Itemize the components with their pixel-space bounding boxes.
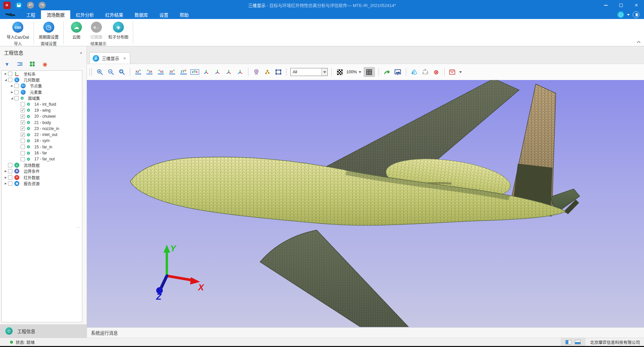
- tree-item[interactable]: 18 - sym: [2, 138, 82, 144]
- list-view-icon[interactable]: [17, 61, 23, 67]
- section-package-icon[interactable]: [448, 67, 457, 77]
- ribbon-button[interactable]: 粒子分布图: [107, 20, 130, 40]
- tree-item-checkbox[interactable]: [14, 90, 19, 94]
- tree-item[interactable]: ▶ 元素集: [2, 89, 82, 95]
- tab-3d-view[interactable]: 三维显示 ×: [90, 52, 130, 64]
- tree-item-checkbox[interactable]: [14, 96, 19, 100]
- export-arrow-icon[interactable]: [383, 67, 391, 77]
- view-orientation-button[interactable]: xzY: [134, 67, 143, 77]
- background-checker-icon[interactable]: [335, 67, 344, 77]
- clear-icon[interactable]: ⊗: [432, 67, 441, 77]
- tree-item-checkbox[interactable]: [21, 108, 25, 112]
- tree-item-checkbox[interactable]: [21, 145, 25, 149]
- menu-item[interactable]: 红外分析: [70, 10, 100, 19]
- tree-item[interactable]: ◢ 面域集: [2, 95, 82, 101]
- tree-item[interactable]: 19 - wing: [2, 107, 82, 113]
- tree-item-checkbox[interactable]: [21, 126, 25, 131]
- save-button[interactable]: [15, 2, 22, 9]
- tree-item-checkbox[interactable]: [21, 151, 25, 155]
- tree-item[interactable]: 15 - far_in: [2, 144, 82, 150]
- expander-icon[interactable]: ▶: [10, 84, 14, 87]
- zoom-out-icon[interactable]: [107, 67, 115, 77]
- tree-item-checkbox[interactable]: [14, 84, 19, 88]
- zoom-extents-icon[interactable]: [118, 67, 126, 77]
- view-orientation-button[interactable]: Yzx: [145, 67, 154, 77]
- mirror-icon[interactable]: [410, 67, 419, 77]
- tree-item[interactable]: ▶ 边界条件: [2, 168, 82, 174]
- menu-item[interactable]: 红外结果: [100, 10, 129, 19]
- redo-button[interactable]: ↷: [39, 2, 46, 9]
- tree-item[interactable]: 20 - chuiwei: [2, 113, 82, 119]
- panel-selector[interactable]: 工程信息: [0, 324, 87, 338]
- minimize-button[interactable]: [598, 0, 613, 10]
- dropdown-button[interactable]: [321, 68, 327, 76]
- tree-item-checkbox[interactable]: [8, 181, 12, 186]
- tree-item-checkbox[interactable]: [8, 175, 12, 180]
- view-orientation-button[interactable]: zxY: [168, 67, 176, 77]
- zoom-level-control[interactable]: 100%: [346, 70, 361, 74]
- snapshot-icon[interactable]: [394, 67, 402, 77]
- tree-item[interactable]: 23 - nozzle_in: [2, 126, 82, 132]
- tree-item-checkbox[interactable]: [8, 169, 12, 173]
- menu-item[interactable]: 数据库: [129, 10, 154, 19]
- tree-item[interactable]: 17 - far_out: [2, 156, 82, 162]
- expander-icon[interactable]: ◢: [10, 97, 14, 100]
- expander-icon[interactable]: ▶: [3, 170, 8, 173]
- menu-item[interactable]: 流场数据: [41, 10, 70, 19]
- grid-view-icon[interactable]: [29, 61, 35, 67]
- locate-icon[interactable]: [42, 61, 48, 67]
- close-button[interactable]: ×: [629, 0, 644, 10]
- grid-toggle-button[interactable]: [364, 67, 375, 77]
- toolbar-grip[interactable]: [90, 68, 92, 76]
- chevron-down-icon[interactable]: [459, 71, 462, 73]
- zoom-in-icon[interactable]: [96, 67, 104, 77]
- tree-item[interactable]: 22 - inlet_out: [2, 132, 82, 138]
- tree-item-checkbox[interactable]: [21, 157, 25, 161]
- tree-item-checkbox[interactable]: [8, 78, 12, 82]
- view-isometric-button[interactable]: [202, 67, 210, 77]
- ribbon-button[interactable]: 云图: [67, 20, 86, 40]
- tree-item-checkbox[interactable]: [8, 72, 12, 76]
- toggle-bottom-panel-icon[interactable]: [575, 340, 581, 344]
- expander-icon[interactable]: ▶: [10, 91, 14, 94]
- select-box-icon[interactable]: [274, 67, 283, 77]
- expander-icon[interactable]: ▶: [3, 72, 8, 75]
- tree-item-checkbox[interactable]: [21, 114, 25, 119]
- tab-close-icon[interactable]: ×: [123, 56, 126, 61]
- restore-button[interactable]: [613, 0, 629, 10]
- tree-item-checkbox[interactable]: [21, 133, 25, 137]
- view-orientation-button[interactable]: Yxz: [157, 67, 165, 77]
- tree-item[interactable]: 21 - body: [2, 119, 82, 125]
- ribbon-button[interactable]: 切面图: [87, 20, 106, 40]
- layout-button[interactable]: [633, 11, 639, 18]
- view-isometric-button[interactable]: [236, 67, 244, 77]
- expander-icon[interactable]: ▶: [3, 176, 8, 179]
- ribbon-collapse-button[interactable]: ^: [637, 40, 641, 45]
- ribbon-button[interactable]: 导入Cas/Dat: [5, 20, 30, 40]
- expander-icon[interactable]: ◢: [3, 78, 8, 81]
- ribbon-button[interactable]: 周期面设置: [37, 20, 60, 40]
- toggle-left-panel-icon[interactable]: [565, 340, 571, 344]
- menu-item[interactable]: 设置: [154, 10, 174, 19]
- quick-view-button[interactable]: [617, 11, 624, 18]
- viewport-3d[interactable]: Y X Z: [87, 80, 644, 327]
- tree-item[interactable]: 流场数据: [2, 162, 82, 168]
- tree-item-checkbox[interactable]: [8, 163, 12, 167]
- filter-icon[interactable]: [4, 61, 10, 67]
- probe-icon[interactable]: [252, 67, 261, 77]
- menu-item[interactable]: 工程: [21, 10, 41, 19]
- tree-item[interactable]: ▶ 节点集: [2, 83, 82, 89]
- tree-item-checkbox[interactable]: [21, 120, 25, 125]
- display-filter-dropdown[interactable]: All: [290, 68, 328, 76]
- undo-button[interactable]: ↶: [27, 2, 34, 9]
- chevron-down-icon[interactable]: [627, 14, 630, 16]
- menu-item[interactable]: 帮助: [174, 10, 194, 19]
- tree-item[interactable]: ▶ 红外数据: [2, 174, 82, 180]
- expander-icon[interactable]: ▶: [3, 182, 8, 185]
- panel-collapse-button[interactable]: ‹: [80, 50, 82, 55]
- view-isometric-button[interactable]: [213, 67, 222, 77]
- explode-icon[interactable]: [263, 67, 272, 77]
- tree-item[interactable]: ◢ 几何数据: [2, 77, 82, 83]
- tree-item[interactable]: 16 - far: [2, 150, 82, 156]
- splitter-handle[interactable]: ⋮: [77, 226, 81, 229]
